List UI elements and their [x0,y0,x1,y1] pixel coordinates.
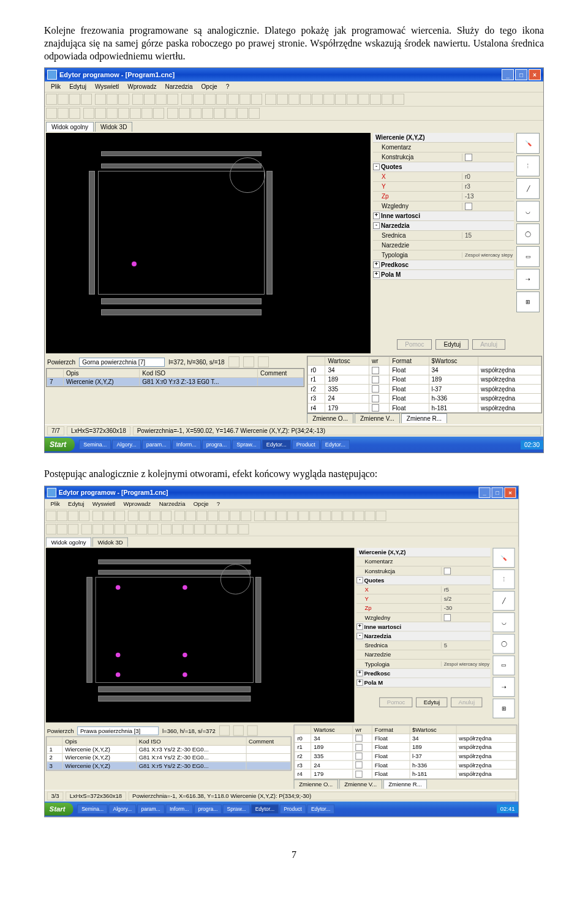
toolbar-button[interactable] [183,524,194,535]
toolbar-button[interactable] [254,511,265,521]
toolbar-button[interactable] [265,511,276,521]
operations-grid[interactable]: OpisKod ISOComment 1Wiercenie (X,Y,Z)G81… [46,736,292,770]
maximize-button[interactable]: □ [515,69,527,80]
operations-grid[interactable]: OpisKod ISOComment 7Wiercenie (X,Y,Z)G81… [46,368,304,387]
checkbox[interactable] [465,154,472,161]
toolbar-button[interactable] [161,524,172,535]
toolbar-button[interactable] [104,524,114,535]
table-row[interactable]: r324Floath-336współrzędna [295,761,516,770]
toolbar-button[interactable] [312,94,323,105]
group-predkosc[interactable]: Predkosc [364,670,491,676]
prop-value[interactable]: -13 [462,193,514,200]
toolbar-button[interactable] [251,94,262,105]
toolbar-button[interactable] [69,94,80,105]
toolbar-button[interactable] [139,511,149,521]
group-quotes[interactable]: Quotes [381,164,514,170]
toolbar-button[interactable] [265,94,276,105]
toolbar-button[interactable] [216,94,227,105]
anuluj-button[interactable]: Anuluj [472,339,505,350]
table-row[interactable]: 2Wiercenie (X,Y,Z)G81 X:r4 Ys/2 Z:-30 EG… [47,753,290,761]
expand-icon[interactable]: - [373,164,380,170]
toolbar-button[interactable] [132,94,143,105]
tab-zmienne-r[interactable]: Zmienne R... [401,413,447,423]
toolbar-button[interactable] [208,511,218,521]
toolbar-button[interactable] [342,511,353,521]
taskbar-item[interactable]: progra... [202,440,232,449]
group-narzedzia[interactable]: Narzedzia [364,633,491,639]
expand-icon[interactable]: - [356,577,363,583]
toolbar-button[interactable] [243,356,254,367]
toolbar-button[interactable] [92,511,103,521]
toolbar-button[interactable] [57,511,67,521]
toolbar-button[interactable] [288,94,300,105]
toolbar-button[interactable] [69,108,80,119]
system-tray[interactable]: 02:41 [497,805,518,813]
toolbar-button[interactable] [95,108,106,119]
taskbar-item[interactable]: param... [137,804,165,813]
menu-plik[interactable]: Plik [47,83,64,91]
toolbar-button[interactable] [68,511,78,521]
toolbar-button[interactable] [358,94,369,105]
toolbar-button[interactable] [46,108,57,119]
toolbar-button[interactable] [205,94,216,105]
toolbar-button[interactable] [83,108,94,119]
menu-narzedzia[interactable]: Narzedzia [162,83,197,91]
toolbar-button[interactable] [258,356,269,367]
tab-widok-ogolny[interactable]: Widok ogolny [46,122,94,132]
toolbar-button[interactable] [298,511,309,521]
expand-icon[interactable]: + [356,679,363,685]
toolbar-button[interactable] [115,524,125,535]
group-pola-m[interactable]: Pola M [364,679,491,685]
checkbox[interactable] [444,568,451,574]
table-row[interactable]: r324Floath-336współrzędna [308,394,541,403]
menu-plik[interactable]: Plik [47,500,64,508]
drill-tool-icon[interactable]: 🪛 [492,548,514,568]
toolbar-button[interactable] [179,108,190,119]
table-row[interactable]: 3Wiercenie (X,Y,Z)G81 X:r5 Ys/2 Z:-30 EG… [47,762,290,770]
toolbar-button[interactable] [46,511,56,521]
close-button[interactable]: × [529,69,541,80]
line-tool-icon[interactable]: ╱ [492,591,514,611]
toolbar-button[interactable] [104,511,114,521]
taskbar-item[interactable]: Algory... [109,804,136,813]
toolbar-button[interactable] [309,511,320,521]
table-row[interactable]: 7Wiercenie (X,Y,Z)G81 X:r0 Y:r3 Z:-13 EG… [47,378,304,386]
toolbar-button[interactable] [320,511,331,521]
toolbar-button[interactable] [68,524,78,535]
toolbar-button[interactable] [161,511,172,521]
expand-icon[interactable]: + [356,670,363,676]
toolbar-button[interactable] [194,524,205,535]
variables-grid[interactable]: WartoscwrFormat$Wartosc r034Float34współ… [307,356,542,413]
toolbar-button[interactable] [118,108,129,119]
toolbar-button[interactable] [156,94,167,105]
drill-tool-icon[interactable]: 🪛 [516,133,540,154]
toolbar-button[interactable] [81,524,92,535]
toolbar-button[interactable] [79,511,89,521]
toolbar-button[interactable] [347,94,358,105]
taskbar-item[interactable]: Product [280,804,306,813]
taskbar-item[interactable]: Edytor... [321,440,350,449]
edytuj-button[interactable]: Edytuj [416,698,447,707]
prop-value[interactable] [462,203,514,210]
menu-help[interactable]: ? [222,83,233,91]
prop-value[interactable]: 15 [462,232,514,239]
minimize-button[interactable]: _ [479,487,491,498]
toolbar-button[interactable] [118,94,129,105]
toolbar-button[interactable] [107,108,118,119]
toolbar-button[interactable] [335,94,346,105]
pomoc-button[interactable]: Pomoc [379,698,412,707]
variables-grid[interactable]: WartoscwrFormat$Wartosc r034Float34współ… [294,724,518,779]
toolbar-button[interactable] [382,94,393,105]
menu-help[interactable]: ? [213,500,224,508]
toolbar-button[interactable] [153,108,164,119]
menu-wprowadz[interactable]: Wprowadz [120,500,154,508]
menu-wyswietl[interactable]: Wyswietl [89,500,119,508]
toolbar-button[interactable] [126,524,136,535]
group-quotes[interactable]: Quotes [364,577,491,583]
toolbar-button[interactable] [219,511,229,521]
taskbar-item[interactable]: Edytor... [251,804,279,813]
toolbar-button[interactable] [190,108,202,119]
toolbar-button[interactable] [141,108,153,119]
toolbar-button[interactable] [276,511,287,521]
table-row[interactable]: r034Float34współrzędna [295,734,516,743]
